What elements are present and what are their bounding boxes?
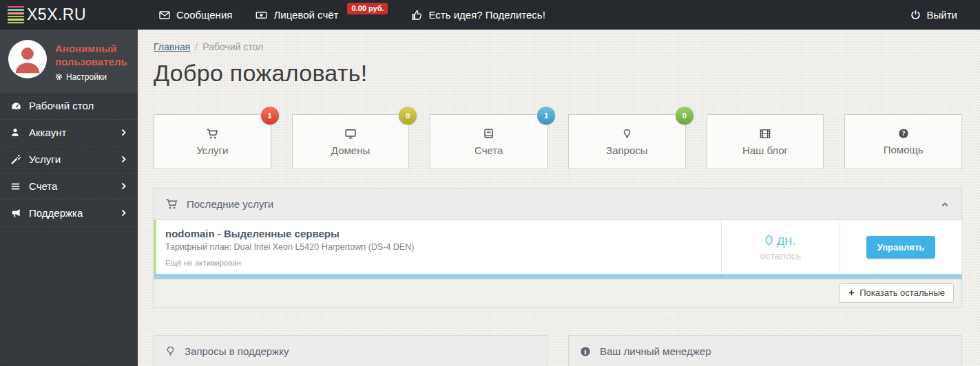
service-name: nodomain - Выделенные серверы xyxy=(165,228,721,239)
bulb-icon xyxy=(622,128,632,140)
logo-lines-icon xyxy=(8,6,24,24)
tile-help[interactable]: ? Помощь xyxy=(844,114,962,169)
panel-title: Ваш личный менеджер xyxy=(600,345,711,357)
recent-services-panel: Последние услуги nodomain - Выделенные с… xyxy=(154,188,962,308)
balance-badge: 0.00 руб. xyxy=(347,3,388,14)
tile-domains[interactable]: 0 Домены xyxy=(292,114,410,169)
main-content: Главная/Рабочий стол Добро пожаловать! 1… xyxy=(138,30,980,366)
service-progress-bar xyxy=(154,274,962,279)
service-row: nodomain - Выделенные серверы Тарифный п… xyxy=(154,220,962,274)
share-idea-label: Есть идея? Поделитесь! xyxy=(428,9,545,21)
gear-icon xyxy=(55,73,63,80)
chevron-right-icon xyxy=(120,208,127,217)
money-icon xyxy=(256,10,267,21)
sidebar-item-label: Услуги xyxy=(29,153,61,165)
topbar: X5X.RU Сообщения Лицевой счёт 0.00 руб. … xyxy=(0,0,980,30)
tile-label: Счета xyxy=(475,144,503,156)
chevron-right-icon xyxy=(120,155,127,164)
tile-label: Запросы xyxy=(606,144,648,156)
sidebar-item-label: Поддержка xyxy=(29,207,83,219)
panel-title: Запросы в поддержку xyxy=(185,345,289,357)
personal-manager-panel: i Ваш личный менеджер xyxy=(568,335,962,366)
sidebar-item-support[interactable]: Поддержка xyxy=(0,200,138,227)
settings-link[interactable]: Настройки xyxy=(55,72,129,82)
bottom-panels: Запросы в поддержку i Ваш личный менедже… xyxy=(154,335,962,366)
bulb-icon xyxy=(165,345,176,357)
panel-title: Последние услуги xyxy=(187,198,273,210)
breadcrumb: Главная/Рабочий стол xyxy=(154,41,962,52)
logout-label: Выйти xyxy=(927,9,957,21)
show-more-label: Показать остальные xyxy=(859,288,945,298)
top-navigation: Сообщения Лицевой счёт 0.00 руб. Есть ид… xyxy=(147,0,557,30)
service-action-cell: Управлять xyxy=(840,220,961,274)
days-left-value: 0 дн. xyxy=(765,233,796,248)
service-status: Ещё не активирован xyxy=(165,259,721,267)
balance-link[interactable]: Лицевой счёт 0.00 руб. xyxy=(244,0,399,30)
svg-text:i: i xyxy=(584,347,587,355)
logout-button[interactable]: Выйти xyxy=(910,9,957,21)
show-more-button[interactable]: Показать остальные xyxy=(839,283,954,303)
film-icon xyxy=(759,128,771,140)
service-plan: Тарифный план: Dual Intel Xeon L5420 Har… xyxy=(165,242,721,252)
messages-label: Сообщения xyxy=(176,9,232,21)
tile-badge: 1 xyxy=(261,107,279,125)
logo[interactable]: X5X.RU xyxy=(0,6,138,24)
days-left-label: осталось xyxy=(760,250,801,261)
magic-wand-icon xyxy=(10,154,22,165)
bullhorn-icon xyxy=(10,208,22,218)
thumbs-up-icon xyxy=(411,10,422,21)
tile-blog[interactable]: Наш блог xyxy=(707,114,824,169)
dashboard-icon xyxy=(10,100,22,111)
tile-label: Услуги xyxy=(196,144,228,156)
envelope-icon xyxy=(159,10,170,21)
tile-badge: 0 xyxy=(399,107,417,125)
recent-services-footer: Показать остальные xyxy=(154,279,962,308)
user-icon xyxy=(10,127,22,138)
cart-icon xyxy=(206,128,218,140)
sidebar-item-label: Рабочий стол xyxy=(29,100,94,111)
manage-button[interactable]: Управлять xyxy=(866,236,936,259)
support-requests-header: Запросы в поддержку xyxy=(154,335,548,366)
tile-label: Помощь xyxy=(884,144,924,155)
tile-invoices[interactable]: 1 Счета xyxy=(430,114,548,169)
svg-text:?: ? xyxy=(901,129,906,137)
messages-link[interactable]: Сообщения xyxy=(147,0,244,30)
help-icon: ? xyxy=(898,128,909,139)
sidebar-item-dashboard[interactable]: Рабочий стол xyxy=(0,93,138,120)
chevron-right-icon xyxy=(120,182,127,191)
user-name: Анонимный пользователь xyxy=(55,43,129,69)
tile-label: Домены xyxy=(331,144,370,156)
sidebar-item-services[interactable]: Услуги xyxy=(0,147,138,173)
chevron-up-icon[interactable] xyxy=(939,200,950,208)
page-title: Добро пожаловать! xyxy=(154,60,962,87)
tile-label: Наш блог xyxy=(742,144,788,156)
breadcrumb-current: Рабочий стол xyxy=(202,41,263,52)
book-icon xyxy=(483,128,494,140)
tile-services[interactable]: 1 Услуги xyxy=(154,114,271,169)
personal-manager-header: i Ваш личный менеджер xyxy=(568,335,962,366)
cart-icon xyxy=(165,198,178,210)
monitor-icon xyxy=(344,128,357,140)
info-icon: i xyxy=(580,346,591,357)
tile-requests[interactable]: 0 Запросы xyxy=(568,114,686,169)
sidebar-item-account[interactable]: Аккаунт xyxy=(0,120,138,147)
sidebar-item-invoices[interactable]: Счета xyxy=(0,173,138,200)
chevron-right-icon xyxy=(120,128,127,137)
breadcrumb-home-link[interactable]: Главная xyxy=(154,41,190,52)
avatar xyxy=(8,40,47,78)
quick-tiles: 1 Услуги 0 Домены 1 Счета 0 Запросы xyxy=(154,114,962,169)
share-idea-link[interactable]: Есть идея? Поделитесь! xyxy=(399,0,556,30)
service-days-left: 0 дн. осталось xyxy=(721,220,840,274)
settings-label: Настройки xyxy=(66,72,107,82)
user-profile: Анонимный пользователь Настройки xyxy=(0,30,138,93)
tile-badge: 1 xyxy=(537,107,555,125)
sidebar-item-label: Счета xyxy=(29,180,57,192)
recent-services-header: Последние услуги xyxy=(154,188,962,220)
balance-label: Лицевой счёт xyxy=(273,9,338,21)
sidebar-item-label: Аккаунт xyxy=(29,127,66,138)
list-icon xyxy=(10,182,22,191)
power-icon xyxy=(910,10,921,20)
sidebar: Анонимный пользователь Настройки Рабочий… xyxy=(0,30,138,366)
tile-badge: 0 xyxy=(676,107,694,125)
support-requests-panel: Запросы в поддержку xyxy=(154,335,548,366)
